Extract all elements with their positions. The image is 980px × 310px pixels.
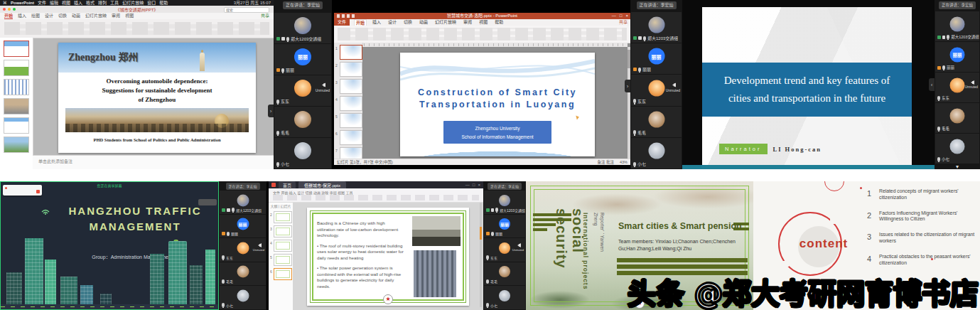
slide-thumbnail-rail[interactable] bbox=[0, 38, 33, 169]
menubar-item[interactable]: 视图 bbox=[62, 0, 70, 6]
participant-tile[interactable]: Unmuted 东东 bbox=[484, 238, 525, 262]
slide-thumbnail[interactable]: 1 bbox=[340, 45, 362, 60]
ribbon-tab[interactable]: 开始 bbox=[4, 13, 13, 19]
slide-thumbnail[interactable] bbox=[4, 117, 29, 134]
participant-tile[interactable]: 丽丽 丽丽 bbox=[484, 215, 525, 238]
notes-field[interactable]: 单击此处添加备注 bbox=[33, 155, 274, 169]
document-tab[interactable]: 低碳城市-保定.pptx bbox=[298, 181, 346, 189]
slide-thumbnail-rail[interactable]: 大纲 | 幻灯片 23456 bbox=[269, 203, 294, 310]
slide-thumbnail[interactable] bbox=[4, 79, 29, 95]
participant-tile[interactable]: 郑大1203交通组 bbox=[935, 11, 979, 41]
ribbon-tab[interactable]: 切换 bbox=[58, 13, 67, 19]
ribbon-tab[interactable]: 绘图 bbox=[31, 13, 40, 19]
vertical-scrollbar[interactable] bbox=[480, 203, 482, 307]
slide-thumbnail[interactable]: 4 bbox=[274, 240, 292, 252]
menubar-item[interactable]: 窗口 bbox=[147, 0, 156, 6]
slide-canvas-baoding[interactable]: Baoding is a Chinese city with high util… bbox=[307, 208, 469, 306]
participant-tile[interactable]: 小七 bbox=[631, 138, 682, 169]
app-name[interactable]: PowerPoint bbox=[11, 0, 34, 6]
menubar-item[interactable]: 文件 bbox=[38, 0, 46, 6]
search-input[interactable] bbox=[224, 7, 269, 13]
menubar-item[interactable]: 格式 bbox=[86, 0, 95, 6]
share-control-mini-window[interactable] bbox=[3, 185, 42, 196]
participant-tile[interactable]: 小七 bbox=[935, 134, 979, 164]
window-buttons[interactable]: — □ × bbox=[465, 183, 480, 187]
slide-thumbnail[interactable]: 4 bbox=[340, 96, 362, 111]
menubar-item[interactable]: 插入 bbox=[74, 0, 82, 6]
slide-thumbnail[interactable] bbox=[4, 98, 29, 114]
share-button[interactable]: 共享 bbox=[261, 13, 269, 19]
slide-thumbnail[interactable]: 3 bbox=[340, 79, 362, 94]
ribbon-tab[interactable]: 文件 bbox=[334, 19, 350, 26]
menubar-item[interactable]: 编辑 bbox=[50, 0, 58, 6]
slide-thumbnail[interactable]: 3 bbox=[274, 225, 292, 237]
menubar-item[interactable]: 帮助 bbox=[159, 0, 168, 6]
ribbon-tab[interactable]: 开始 bbox=[354, 19, 367, 26]
menubar-item[interactable]: 工具 bbox=[110, 0, 119, 6]
participant-tile[interactable]: 郑大1203交通组 bbox=[484, 191, 525, 214]
slide-canvas-zhengzhou[interactable]: Zhengzhou 郑州 Overcoming automobile depen… bbox=[58, 43, 256, 153]
sidebar-collapse-toggle[interactable]: › bbox=[268, 105, 274, 117]
slide-thumbnail[interactable]: 2 bbox=[340, 62, 362, 77]
ribbon-toolbar[interactable]: 文件 开始 插入 设计 切换 动画 放映 审阅 视图 工具 bbox=[269, 188, 483, 203]
ribbon-tab[interactable]: 审阅 bbox=[112, 13, 120, 19]
participant-tile[interactable]: 毛毛 bbox=[631, 107, 682, 137]
slide-thumbnail[interactable]: 6 bbox=[274, 268, 292, 280]
participant-tile[interactable]: Unmuted 东东 bbox=[631, 75, 682, 105]
ribbon-tab[interactable]: 动画 bbox=[418, 19, 429, 26]
slide-thumbnail[interactable] bbox=[4, 137, 29, 153]
participant-tile[interactable]: 郑大1203交通组 bbox=[631, 12, 682, 43]
participant-tile[interactable]: Unmuted 东东 bbox=[274, 75, 331, 106]
ribbon-tab[interactable]: 幻灯片放映 bbox=[85, 13, 107, 19]
ribbon-tab[interactable]: 帮助 bbox=[493, 19, 505, 26]
participant-tile[interactable]: 小七 bbox=[220, 286, 266, 309]
slide-canvas-luoyang[interactable]: Construction of Smart City Transportatio… bbox=[400, 53, 595, 156]
participant-tile[interactable]: 丽丽 丽丽 bbox=[220, 215, 266, 238]
apple-menu-icon[interactable]: ⌘ bbox=[3, 0, 7, 6]
participant-tile[interactable]: 丽丽 丽丽 bbox=[631, 43, 682, 74]
slide-thumbnail[interactable]: 7 bbox=[340, 147, 362, 159]
ribbon-tab[interactable]: 设计 bbox=[387, 19, 398, 26]
share-button[interactable]: 共享 bbox=[619, 19, 628, 26]
participant-tile[interactable]: 小七 bbox=[274, 138, 331, 169]
ribbon-tab[interactable]: 审阅 bbox=[462, 19, 473, 26]
participant-tile[interactable]: Unmuted 东东 bbox=[935, 73, 979, 102]
participant-tile[interactable]: 毛毛 bbox=[220, 262, 266, 286]
window-buttons[interactable]: — □ × bbox=[612, 13, 628, 19]
slide-thumbnail[interactable]: 5 bbox=[274, 254, 292, 266]
zoom-level[interactable]: 43% bbox=[620, 159, 628, 165]
ribbon-tab[interactable]: 切换 bbox=[402, 19, 414, 26]
slide-thumbnail[interactable]: 2 bbox=[274, 211, 292, 223]
ribbon-toolbar[interactable] bbox=[0, 19, 274, 38]
ribbon-toolbar[interactable] bbox=[334, 26, 630, 43]
ribbon-tab[interactable]: 视图 bbox=[125, 13, 134, 19]
ribbon-tab[interactable]: 幻灯片放映 bbox=[434, 19, 458, 26]
ribbon-tab[interactable]: 视图 bbox=[478, 19, 489, 26]
participant-tile[interactable]: 毛毛 bbox=[484, 262, 525, 286]
sidebar-collapse-toggle[interactable]: › bbox=[625, 80, 630, 92]
traffic-light-buttons[interactable] bbox=[3, 8, 16, 11]
participant-tile[interactable]: Unmuted 东东 bbox=[220, 238, 266, 262]
participant-tile[interactable]: 郑大1203交通组 bbox=[220, 191, 266, 214]
quick-access-toolbar[interactable] bbox=[337, 14, 355, 18]
participant-tile[interactable]: 毛毛 bbox=[935, 103, 979, 133]
slide-thumbnail[interactable] bbox=[4, 60, 29, 76]
outline-slides-tabs[interactable]: 大纲 | 幻灯片 bbox=[269, 203, 293, 209]
participant-tile[interactable]: 丽丽 丽丽 bbox=[935, 42, 979, 72]
menubar-item[interactable]: 幻灯片放映 bbox=[122, 0, 144, 6]
slide-thumbnail[interactable]: 6 bbox=[340, 130, 362, 145]
ribbon-tab[interactable]: 插入 bbox=[18, 13, 26, 19]
scroll-down-icon[interactable]: ▾ bbox=[956, 164, 959, 169]
notes-comments-buttons[interactable]: 备注 批注 bbox=[597, 159, 614, 165]
slide-thumbnail-rail[interactable]: 1234567 bbox=[334, 43, 363, 159]
slide-thumbnail[interactable] bbox=[4, 41, 29, 57]
home-tab[interactable]: 首页 bbox=[279, 181, 296, 189]
participant-tile[interactable]: 郑大1203交通组 bbox=[274, 13, 331, 43]
menubar-item[interactable]: 排列 bbox=[98, 0, 107, 6]
slide-thumbnail[interactable]: 5 bbox=[340, 113, 362, 128]
ribbon-tab[interactable]: 插入 bbox=[371, 19, 382, 26]
sidebar-collapse-toggle[interactable]: ‹ bbox=[929, 78, 935, 91]
participant-tile[interactable]: 小七 bbox=[484, 286, 525, 309]
ribbon-tab[interactable]: 动画 bbox=[72, 13, 80, 19]
ribbon-tab[interactable]: 设计 bbox=[45, 13, 53, 19]
